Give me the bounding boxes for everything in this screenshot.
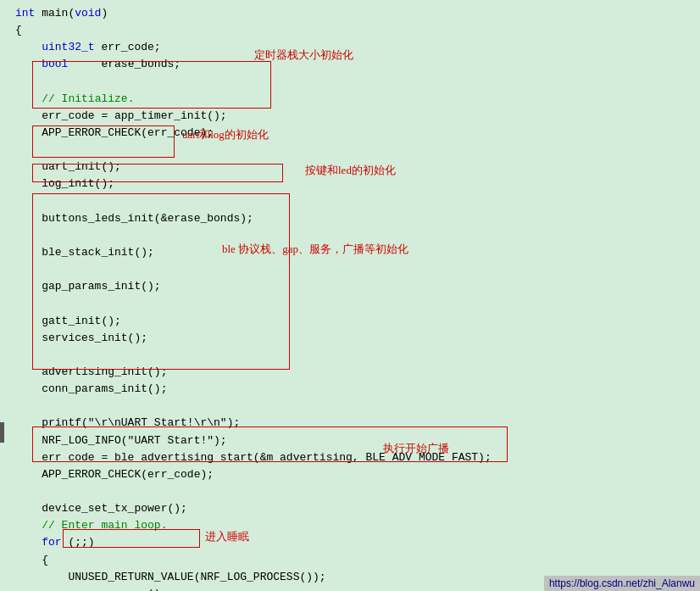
code-line-30: device_set_tx_power(); (15, 500, 690, 517)
code-line-25: printf("\r\nUART Start!\r\n"); (15, 415, 690, 432)
code-line-1: int main(void) (15, 5, 690, 22)
cursor-indicator (0, 422, 4, 443)
code-line-7: err_code = app_timer_init(); (15, 108, 690, 125)
code-line-4: bool erase_bonds; (15, 56, 690, 73)
code-line-11: log_init(); (15, 176, 690, 192)
code-line-19: gatt_init(); (15, 313, 690, 330)
code-line-16 (15, 261, 690, 278)
code-line-15: ble_stack_init(); (15, 244, 690, 261)
code-editor: int main(void) { uint32_t err_code; bool… (0, 0, 700, 591)
bottom-link: https://blog.csdn.net/zhi_Alanwu (544, 576, 700, 591)
code-line-20: services_init(); (15, 330, 690, 347)
code-line-6: // Initialize. (15, 91, 690, 108)
code-line-21 (15, 347, 690, 364)
code-line-28: APP_ERROR_CHECK(err_code); (15, 466, 690, 483)
code-line-24 (15, 398, 690, 415)
code-line-27: err_code = ble_advertising_start(&m_adve… (15, 449, 690, 466)
code-line-17: gap_params_init(); (15, 278, 690, 295)
code-line-8: APP_ERROR_CHECK(err_code); (15, 125, 690, 142)
code-line-32: for (;;) (15, 534, 690, 551)
code-line-18 (15, 295, 690, 312)
code-line-33: { (15, 552, 690, 569)
code-line-31: // Enter main loop. (15, 517, 690, 534)
code-line-23: conn_params_init(); (15, 381, 690, 398)
code-line-5 (15, 74, 690, 91)
code-line-13: buttons_leds_init(&erase_bonds); (15, 210, 690, 227)
code-line-29 (15, 483, 690, 500)
code-line-3: uint32_t err_code; (15, 39, 690, 56)
code-line-9 (15, 142, 690, 159)
code-line-14 (15, 227, 690, 244)
code-line-26: NRF_LOG_INFO("UART Start!"); (15, 432, 690, 449)
code-line-22: advertising_init(); (15, 364, 690, 381)
code-line-12 (15, 193, 690, 210)
code-line-2: { (15, 22, 690, 39)
code-line-10: uart_init(); (15, 159, 690, 176)
